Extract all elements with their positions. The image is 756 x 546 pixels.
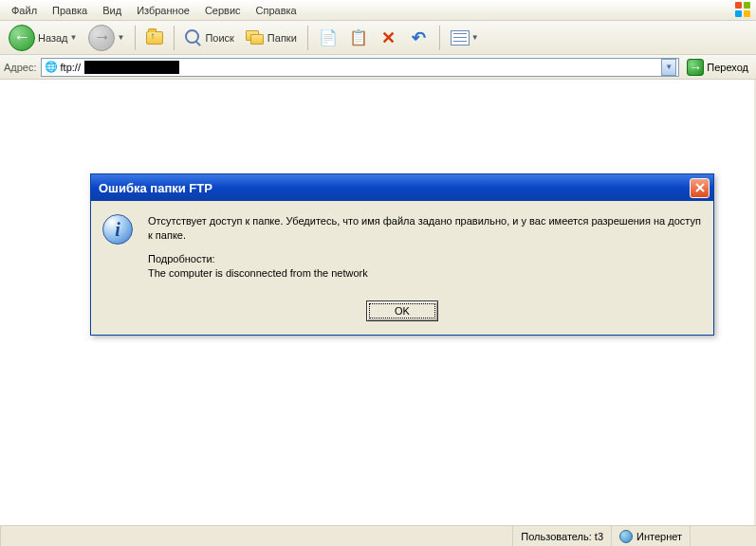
- info-icon: i: [102, 214, 133, 245]
- address-input[interactable]: 🌐 ftp:// ▼: [41, 58, 680, 77]
- folders-button[interactable]: Папки: [241, 24, 302, 52]
- go-label: Переход: [707, 62, 748, 73]
- dialog-details-text: The computer is disconnected from the ne…: [148, 267, 368, 279]
- chevron-down-icon: ▼: [70, 33, 78, 42]
- status-zone: Интернет: [611, 526, 690, 546]
- menu-tools[interactable]: Сервис: [197, 2, 249, 19]
- statusbar: Пользователь: t3 Интернет: [0, 525, 756, 546]
- delete-button[interactable]: ✕: [375, 24, 403, 52]
- dialog-message-area: Отсутствует доступ к папке. Убедитесь, ч…: [148, 214, 702, 289]
- status-user: Пользователь: t3: [512, 526, 611, 546]
- ok-button[interactable]: OK: [366, 300, 438, 321]
- views-icon: [451, 30, 470, 46]
- search-label: Поиск: [205, 32, 233, 44]
- dialog-details-label: Подробности:: [148, 253, 215, 264]
- close-icon: [695, 183, 705, 192]
- copy-to-icon: 📋: [349, 28, 368, 47]
- dialog-message: Отсутствует доступ к папке. Убедитесь, ч…: [148, 214, 702, 243]
- move-to-button[interactable]: 📄: [314, 24, 342, 52]
- undo-button[interactable]: ↶: [405, 24, 433, 52]
- separator: [439, 26, 440, 50]
- delete-icon: ✕: [379, 28, 398, 47]
- error-dialog: Ошибка папки FTP i Отсутствует доступ к …: [90, 173, 714, 336]
- undo-icon: ↶: [410, 28, 429, 47]
- copy-to-button[interactable]: 📋: [344, 24, 373, 52]
- separator: [135, 26, 136, 50]
- windows-logo-icon: [735, 2, 752, 19]
- toolbar: ← Назад ▼ → ▼ Поиск Папки 📄 📋 ✕ ↶ ▼: [0, 21, 756, 55]
- folders-label: Папки: [267, 32, 297, 44]
- menu-help[interactable]: Справка: [249, 2, 304, 19]
- menu-edit[interactable]: Правка: [45, 2, 95, 19]
- internet-zone-icon: [619, 530, 633, 543]
- go-arrow-icon: →: [687, 59, 704, 76]
- folder-up-icon: [146, 31, 163, 45]
- menubar: Файл Правка Вид Избранное Сервис Справка: [0, 0, 756, 21]
- menu-file[interactable]: Файл: [4, 2, 45, 19]
- address-dropdown-button[interactable]: ▼: [661, 59, 676, 76]
- back-label: Назад: [38, 32, 68, 44]
- forward-button[interactable]: → ▼: [83, 24, 129, 52]
- dialog-close-button[interactable]: [690, 178, 710, 198]
- search-button[interactable]: Поиск: [180, 24, 238, 52]
- menu-view[interactable]: Вид: [95, 2, 129, 19]
- separator: [174, 26, 175, 50]
- menu-favorites[interactable]: Избранное: [129, 2, 197, 19]
- redacted-host: [84, 61, 179, 74]
- forward-arrow-icon: →: [88, 25, 115, 51]
- chevron-down-icon: ▼: [117, 33, 124, 42]
- address-value: ftp://: [59, 61, 660, 74]
- folders-icon: [246, 30, 265, 46]
- go-button[interactable]: → Переход: [683, 58, 752, 77]
- status-grip: [690, 526, 756, 546]
- address-label: Адрес:: [4, 62, 37, 73]
- search-icon: [185, 29, 202, 46]
- up-button[interactable]: [141, 24, 168, 52]
- dialog-title: Ошибка папки FTP: [99, 181, 690, 195]
- move-to-icon: 📄: [319, 28, 338, 47]
- views-button[interactable]: ▼: [446, 24, 484, 52]
- dialog-titlebar[interactable]: Ошибка папки FTP: [91, 174, 713, 201]
- ftp-location-icon: 🌐: [44, 60, 59, 75]
- separator: [307, 26, 308, 50]
- chevron-down-icon: ▼: [471, 33, 479, 42]
- back-button[interactable]: ← Назад ▼: [4, 24, 82, 52]
- addressbar: Адрес: 🌐 ftp:// ▼ → Переход: [0, 55, 756, 80]
- back-arrow-icon: ←: [9, 25, 35, 51]
